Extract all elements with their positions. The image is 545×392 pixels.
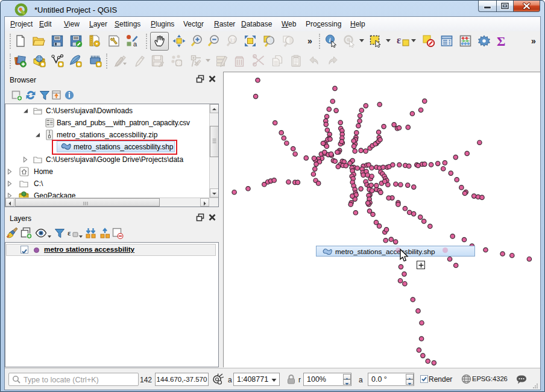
svg-text:Σ: Σ bbox=[497, 34, 505, 48]
svg-text:ε: ε bbox=[397, 34, 401, 46]
svg-text:ε: ε bbox=[68, 228, 71, 237]
svg-text:a: a bbox=[133, 40, 137, 48]
svg-text:1:1: 1:1 bbox=[230, 37, 236, 43]
